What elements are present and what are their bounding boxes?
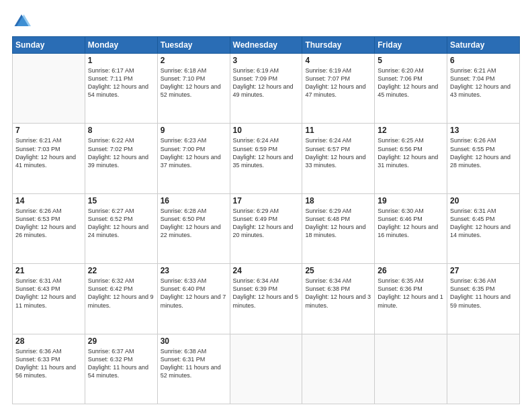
day-info: Sunrise: 6:21 AMSunset: 7:04 PMDaylight:… (450, 66, 517, 99)
calendar-cell (447, 334, 520, 404)
day-info: Sunrise: 6:23 AMSunset: 7:00 PMDaylight:… (161, 136, 227, 169)
day-number: 22 (88, 266, 154, 275)
day-info: Sunrise: 6:34 AMSunset: 6:39 PMDaylight:… (233, 277, 300, 310)
header (12, 12, 520, 31)
calendar-cell: 16Sunrise: 6:28 AMSunset: 6:50 PMDayligh… (157, 193, 230, 263)
day-info: Sunrise: 6:31 AMSunset: 6:45 PMDaylight:… (450, 207, 517, 240)
day-number: 20 (450, 196, 517, 205)
day-header-monday: Monday (85, 37, 157, 54)
calendar-week-row: 1Sunrise: 6:17 AMSunset: 7:11 PMDaylight… (13, 54, 520, 124)
calendar-cell (230, 334, 302, 404)
day-number: 6 (450, 56, 517, 65)
calendar-cell (375, 334, 447, 404)
logo-icon (12, 12, 31, 31)
day-number: 25 (305, 266, 371, 275)
page: SundayMondayTuesdayWednesdayThursdayFrid… (0, 0, 532, 411)
day-number: 21 (15, 266, 82, 275)
day-info: Sunrise: 6:18 AMSunset: 7:10 PMDaylight:… (161, 66, 227, 99)
logo (12, 12, 34, 31)
calendar-table: SundayMondayTuesdayWednesdayThursdayFrid… (12, 36, 520, 404)
calendar-cell (13, 54, 85, 124)
day-header-sunday: Sunday (13, 37, 85, 54)
calendar-cell: 5Sunrise: 6:20 AMSunset: 7:06 PMDaylight… (375, 54, 447, 124)
day-info: Sunrise: 6:36 AMSunset: 6:33 PMDaylight:… (15, 347, 82, 380)
calendar-cell: 24Sunrise: 6:34 AMSunset: 6:39 PMDayligh… (230, 264, 302, 334)
day-info: Sunrise: 6:25 AMSunset: 6:56 PMDaylight:… (378, 136, 444, 169)
day-info: Sunrise: 6:36 AMSunset: 6:35 PMDaylight:… (450, 277, 517, 310)
calendar-cell: 2Sunrise: 6:18 AMSunset: 7:10 PMDaylight… (157, 54, 230, 124)
day-info: Sunrise: 6:19 AMSunset: 7:07 PMDaylight:… (305, 66, 371, 99)
day-number: 4 (305, 56, 371, 65)
calendar-cell: 18Sunrise: 6:29 AMSunset: 6:48 PMDayligh… (302, 193, 375, 263)
day-number: 10 (233, 126, 300, 135)
calendar-cell: 19Sunrise: 6:30 AMSunset: 6:46 PMDayligh… (375, 193, 447, 263)
calendar-cell: 10Sunrise: 6:24 AMSunset: 6:59 PMDayligh… (230, 124, 302, 193)
calendar-cell: 1Sunrise: 6:17 AMSunset: 7:11 PMDaylight… (85, 54, 157, 124)
day-number: 3 (233, 56, 300, 65)
calendar-cell: 9Sunrise: 6:23 AMSunset: 7:00 PMDaylight… (157, 124, 230, 193)
day-number: 19 (378, 196, 444, 205)
calendar-cell: 27Sunrise: 6:36 AMSunset: 6:35 PMDayligh… (447, 264, 520, 334)
calendar-cell: 26Sunrise: 6:35 AMSunset: 6:36 PMDayligh… (375, 264, 447, 334)
day-number: 7 (15, 126, 82, 135)
day-info: Sunrise: 6:29 AMSunset: 6:49 PMDaylight:… (233, 207, 300, 240)
day-info: Sunrise: 6:38 AMSunset: 6:31 PMDaylight:… (161, 347, 227, 380)
day-number: 28 (15, 336, 82, 346)
day-info: Sunrise: 6:17 AMSunset: 7:11 PMDaylight:… (88, 66, 154, 99)
day-info: Sunrise: 6:32 AMSunset: 6:42 PMDaylight:… (88, 277, 154, 310)
day-number: 15 (88, 196, 154, 205)
calendar-cell: 12Sunrise: 6:25 AMSunset: 6:56 PMDayligh… (375, 124, 447, 193)
day-number: 29 (88, 336, 154, 346)
day-info: Sunrise: 6:28 AMSunset: 6:50 PMDaylight:… (161, 207, 227, 240)
day-number: 8 (88, 126, 154, 135)
calendar-cell: 3Sunrise: 6:19 AMSunset: 7:09 PMDaylight… (230, 54, 302, 124)
calendar-cell: 25Sunrise: 6:34 AMSunset: 6:38 PMDayligh… (302, 264, 375, 334)
day-number: 30 (161, 336, 227, 346)
calendar-cell: 11Sunrise: 6:24 AMSunset: 6:57 PMDayligh… (302, 124, 375, 193)
day-number: 17 (233, 196, 300, 205)
day-info: Sunrise: 6:21 AMSunset: 7:03 PMDaylight:… (15, 136, 82, 169)
day-number: 16 (161, 196, 227, 205)
day-number: 2 (161, 56, 227, 65)
day-header-friday: Friday (375, 37, 447, 54)
day-header-saturday: Saturday (447, 37, 520, 54)
day-number: 9 (161, 126, 227, 135)
day-header-thursday: Thursday (302, 37, 375, 54)
calendar-week-row: 21Sunrise: 6:31 AMSunset: 6:43 PMDayligh… (13, 264, 520, 334)
day-info: Sunrise: 6:20 AMSunset: 7:06 PMDaylight:… (378, 66, 444, 99)
calendar-cell: 14Sunrise: 6:26 AMSunset: 6:53 PMDayligh… (13, 193, 85, 263)
calendar-cell: 6Sunrise: 6:21 AMSunset: 7:04 PMDaylight… (447, 54, 520, 124)
calendar-cell: 28Sunrise: 6:36 AMSunset: 6:33 PMDayligh… (13, 334, 85, 404)
calendar-cell (302, 334, 375, 404)
day-info: Sunrise: 6:19 AMSunset: 7:09 PMDaylight:… (233, 66, 300, 99)
calendar-cell: 7Sunrise: 6:21 AMSunset: 7:03 PMDaylight… (13, 124, 85, 193)
calendar-cell: 8Sunrise: 6:22 AMSunset: 7:02 PMDaylight… (85, 124, 157, 193)
calendar-cell: 30Sunrise: 6:38 AMSunset: 6:31 PMDayligh… (157, 334, 230, 404)
calendar-header-row: SundayMondayTuesdayWednesdayThursdayFrid… (13, 37, 520, 54)
calendar-cell: 23Sunrise: 6:33 AMSunset: 6:40 PMDayligh… (157, 264, 230, 334)
day-number: 18 (305, 196, 371, 205)
calendar-cell: 29Sunrise: 6:37 AMSunset: 6:32 PMDayligh… (85, 334, 157, 404)
day-number: 1 (88, 56, 154, 65)
day-number: 5 (378, 56, 444, 65)
day-info: Sunrise: 6:27 AMSunset: 6:52 PMDaylight:… (88, 207, 154, 240)
day-number: 12 (378, 126, 444, 135)
day-info: Sunrise: 6:29 AMSunset: 6:48 PMDaylight:… (305, 207, 371, 240)
calendar-week-row: 7Sunrise: 6:21 AMSunset: 7:03 PMDaylight… (13, 124, 520, 193)
day-number: 27 (450, 266, 517, 275)
day-number: 14 (15, 196, 82, 205)
day-header-wednesday: Wednesday (230, 37, 302, 54)
day-info: Sunrise: 6:33 AMSunset: 6:40 PMDaylight:… (161, 277, 227, 310)
calendar-cell: 21Sunrise: 6:31 AMSunset: 6:43 PMDayligh… (13, 264, 85, 334)
calendar-cell: 17Sunrise: 6:29 AMSunset: 6:49 PMDayligh… (230, 193, 302, 263)
calendar-week-row: 14Sunrise: 6:26 AMSunset: 6:53 PMDayligh… (13, 193, 520, 263)
day-number: 13 (450, 126, 517, 135)
day-header-tuesday: Tuesday (157, 37, 230, 54)
calendar-cell: 22Sunrise: 6:32 AMSunset: 6:42 PMDayligh… (85, 264, 157, 334)
day-number: 23 (161, 266, 227, 275)
day-info: Sunrise: 6:24 AMSunset: 6:57 PMDaylight:… (305, 136, 371, 169)
day-info: Sunrise: 6:31 AMSunset: 6:43 PMDaylight:… (15, 277, 82, 310)
day-info: Sunrise: 6:34 AMSunset: 6:38 PMDaylight:… (305, 277, 371, 310)
calendar-week-row: 28Sunrise: 6:36 AMSunset: 6:33 PMDayligh… (13, 334, 520, 404)
day-number: 11 (305, 126, 371, 135)
